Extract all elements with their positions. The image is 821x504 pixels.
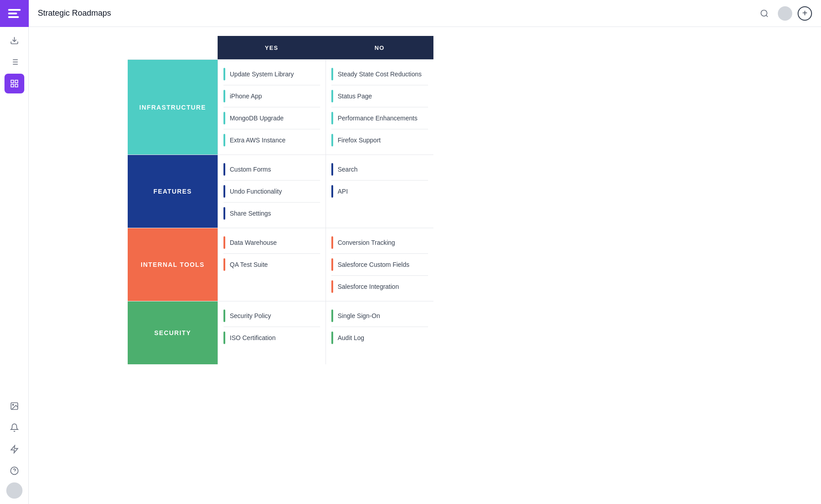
item-label: API (338, 188, 348, 195)
grid-header-no: NO (326, 36, 433, 59)
svg-point-19 (761, 10, 767, 16)
item-label: Salesforce Integration (338, 283, 399, 290)
item-label: Undo Functionality (230, 188, 282, 195)
list-item: Salesforce Integration (331, 276, 428, 297)
item-indicator (331, 332, 333, 344)
item-indicator (331, 112, 333, 124)
user-avatar[interactable] (6, 482, 22, 499)
sidebar-item-list[interactable] (4, 52, 24, 72)
list-item: ISO Certification (223, 327, 320, 349)
app-logo[interactable] (0, 0, 29, 27)
item-indicator (331, 280, 333, 293)
item-label: Data Warehouse (230, 239, 277, 246)
item-label: Steady State Cost Reductions (338, 71, 422, 78)
list-item: Custom Forms (223, 159, 320, 181)
item-label: Custom Forms (230, 166, 271, 173)
svg-line-20 (766, 15, 768, 17)
item-indicator (223, 68, 225, 80)
infrastructure-no-items: Steady State Cost Reductions Status Page… (326, 60, 433, 155)
svg-point-15 (12, 404, 13, 406)
item-indicator (331, 163, 333, 176)
sidebar-nav (4, 27, 24, 396)
item-indicator (331, 90, 333, 102)
svg-rect-10 (11, 80, 13, 83)
sidebar-item-image[interactable] (4, 396, 24, 416)
security-no-items: Single Sign-On Audit Log (326, 301, 433, 364)
item-indicator (223, 163, 225, 176)
sidebar-item-bell[interactable] (4, 418, 24, 438)
infrastructure-yes-items: Update System Library iPhone App MongoDB… (218, 60, 326, 155)
sidebar-bottom (4, 396, 24, 504)
category-features: FEATURES (128, 155, 218, 228)
svg-rect-12 (11, 84, 13, 87)
item-label: Single Sign-On (338, 312, 380, 319)
list-item: Security Policy (223, 305, 320, 327)
list-item: Audit Log (331, 327, 428, 349)
item-label: Extra AWS Instance (230, 137, 286, 144)
internal-tools-yes-items: Data Warehouse QA Test Suite (218, 228, 326, 301)
item-indicator (331, 68, 333, 80)
item-label: Conversion Tracking (338, 239, 395, 246)
add-button[interactable]: + (798, 6, 812, 21)
header-avatar[interactable] (778, 6, 792, 21)
svg-rect-11 (15, 80, 18, 83)
list-item: Salesforce Custom Fields (331, 254, 428, 276)
list-item: Data Warehouse (223, 232, 320, 254)
svg-rect-1 (8, 13, 17, 14)
search-button[interactable] (756, 5, 772, 22)
list-item: Status Page (331, 85, 428, 107)
list-item: Conversion Tracking (331, 232, 428, 254)
list-item: API (331, 181, 428, 202)
item-indicator (223, 332, 225, 344)
item-indicator (331, 134, 333, 146)
sidebar-item-help[interactable] (4, 461, 24, 481)
item-label: Update System Library (230, 71, 294, 78)
list-item: Performance Enhancements (331, 107, 428, 129)
category-security: SECURITY (128, 301, 218, 364)
item-indicator (223, 207, 225, 220)
item-indicator (223, 258, 225, 271)
list-item: Firefox Support (331, 129, 428, 151)
item-indicator (223, 134, 225, 146)
list-item: MongoDB Upgrade (223, 107, 320, 129)
item-label: Status Page (338, 93, 372, 100)
sidebar-item-bolt[interactable] (4, 439, 24, 459)
item-label: Firefox Support (338, 137, 381, 144)
svg-rect-0 (8, 9, 21, 11)
features-no-items: Search API (326, 155, 433, 228)
internal-tools-no-items: Conversion Tracking Salesforce Custom Fi… (326, 228, 433, 301)
list-item: Undo Functionality (223, 181, 320, 203)
item-label: Salesforce Custom Fields (338, 261, 410, 268)
item-label: Search (338, 166, 357, 173)
roadmap-grid: YES NO INFRASTRUCTURE Update System Libr… (128, 36, 433, 364)
item-indicator (331, 309, 333, 322)
security-yes-items: Security Policy ISO Certification (218, 301, 326, 364)
item-label: QA Test Suite (230, 261, 268, 268)
features-yes-items: Custom Forms Undo Functionality Share Se… (218, 155, 326, 228)
item-indicator (223, 90, 225, 102)
grid-header-yes: YES (218, 36, 326, 59)
list-item: Search (331, 159, 428, 181)
item-indicator (223, 309, 225, 322)
sidebar-item-download[interactable] (4, 31, 24, 50)
main-area: Strategic Roadmaps + YES NO INFRASTRUCTU… (29, 0, 821, 504)
item-label: Security Policy (230, 312, 271, 319)
item-indicator (331, 185, 333, 198)
svg-marker-16 (11, 446, 18, 453)
list-item: Extra AWS Instance (223, 129, 320, 151)
item-label: MongoDB Upgrade (230, 115, 284, 122)
list-item: Update System Library (223, 63, 320, 85)
grid-header-empty (128, 36, 218, 59)
item-indicator (223, 236, 225, 249)
svg-rect-2 (8, 16, 19, 18)
item-label: Share Settings (230, 210, 271, 217)
page-title: Strategic Roadmaps (38, 9, 751, 18)
item-label: ISO Certification (230, 334, 276, 341)
list-item: iPhone App (223, 85, 320, 107)
sidebar-item-roadmap[interactable] (4, 74, 24, 93)
sidebar (0, 0, 29, 504)
header-actions: + (756, 5, 812, 22)
category-infrastructure: INFRASTRUCTURE (128, 60, 218, 155)
item-indicator (331, 236, 333, 249)
item-indicator (331, 258, 333, 271)
